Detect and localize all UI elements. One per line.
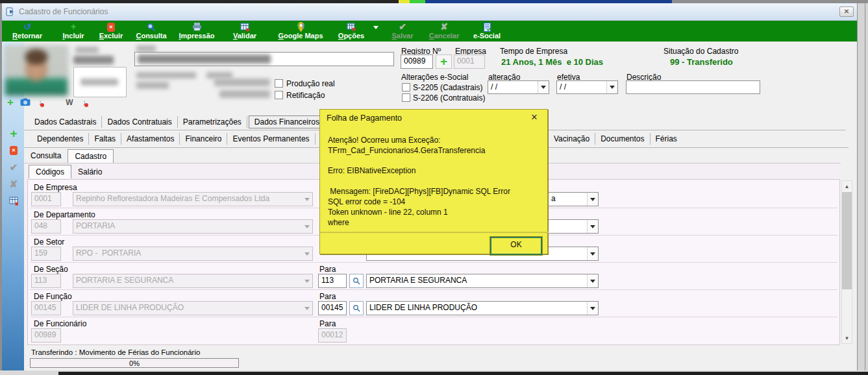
alteracao-datepicker[interactable]: / / <box>488 80 549 94</box>
dialog-line: Mensagem: [FireDAC][Phys][FB]Dynamic SQL… <box>328 187 510 196</box>
validar-button[interactable]: Validar <box>225 21 264 42</box>
producao-real-label: Produção real <box>286 79 335 88</box>
window-title: Cadastro de Funcionários <box>19 7 108 16</box>
chevron-down-icon <box>587 302 598 315</box>
dialog-title: Folha de Pagamento <box>327 114 402 123</box>
producao-real-checkbox[interactable] <box>275 79 283 88</box>
salvar-button[interactable]: ✔ Salvar <box>385 21 420 42</box>
scrollbar-thumb[interactable] <box>842 192 852 289</box>
opcoes-button[interactable]: Opções <box>333 21 369 42</box>
close-icon[interactable]: ✕ <box>839 6 854 17</box>
tab-salario[interactable]: Salário <box>71 165 108 178</box>
impressao-button[interactable]: Impressão <box>173 21 220 42</box>
tab-ferias[interactable]: Férias <box>651 133 682 145</box>
de-departamento-combo: PORTARIA <box>73 219 313 234</box>
s2205-checkbox[interactable] <box>402 83 410 91</box>
sidebar-close-icon[interactable]: ✘ <box>7 178 20 191</box>
alteracoes-esocial-label: Alterações e-Social <box>401 73 468 82</box>
save-check-icon: ✔ <box>399 22 406 32</box>
sidebar-add-icon[interactable]: + <box>7 127 20 140</box>
scroll-up-icon[interactable]: ▲ <box>842 181 852 191</box>
cancel-x-icon: ✘ <box>440 22 448 32</box>
dialog-close-icon[interactable]: ✕ <box>529 112 539 123</box>
wmf-icon[interactable]: W <box>63 97 76 108</box>
tab-dados-contratuais[interactable]: Dados Contratuais <box>102 116 177 128</box>
consulta-button[interactable]: Consulta <box>130 21 172 42</box>
tab-parametrizacoes[interactable]: Parametrizações <box>178 116 247 128</box>
para-secao-search-button[interactable] <box>349 274 364 288</box>
vertical-scrollbar[interactable]: ▲ ▼ <box>841 180 852 344</box>
chevron-down-icon <box>538 81 549 93</box>
tempo-empresa-value: 21 Anos, 1 Mês e 10 Dias <box>501 57 603 67</box>
para-funcao-combo[interactable]: LIDER DE LINHA PRODUÇÃO <box>366 301 599 315</box>
photo-download-icon[interactable]: ↓ <box>34 97 47 108</box>
de-departamento-code: 048 <box>31 219 61 234</box>
s2206-checkbox[interactable] <box>402 93 410 102</box>
tab-financeiro[interactable]: Financeiro <box>180 133 227 145</box>
google-maps-button[interactable]: Google Maps <box>271 21 330 42</box>
cancelar-button[interactable]: ✘ Cancelar <box>424 21 464 42</box>
chevron-down-icon <box>302 220 312 233</box>
view-tabstrip: Consulta Cadastro <box>24 148 114 163</box>
sidebar-grid-icon[interactable] <box>7 195 20 208</box>
situacao-label: Situação do Cadastro <box>663 47 738 56</box>
incluir-button[interactable]: + Incluir <box>55 21 92 42</box>
para-secao-combo[interactable]: PORTARIA E SEGURANCA <box>366 274 599 288</box>
chevron-down-icon <box>587 247 598 260</box>
chevron-down-icon <box>302 274 312 287</box>
excluir-button[interactable]: ✕ Excluir <box>93 21 129 42</box>
tempo-empresa-label: Tempo de Empresa <box>500 47 567 56</box>
s2205-label: S-2205 (Cadastrais) <box>413 83 482 92</box>
photo-export-icon[interactable]: ↓ <box>78 97 91 108</box>
dialog-separator <box>320 232 549 233</box>
photo-add-icon[interactable]: + <box>4 97 17 108</box>
search-icon <box>147 22 156 32</box>
chevron-down-icon <box>587 193 598 206</box>
delete-icon: ✕ <box>107 22 115 32</box>
para-funcao-search-button[interactable] <box>349 301 364 315</box>
plus-icon: + <box>71 22 76 32</box>
app-window: Cadastro de Funcionários ✕ ↺ Retornar + … <box>0 0 868 375</box>
tab-documentos[interactable]: Documentos <box>595 133 650 145</box>
camera-icon[interactable] <box>19 97 32 108</box>
registro-input[interactable]: 00989 <box>401 54 433 69</box>
retificacao-checkbox[interactable] <box>275 91 283 99</box>
tab-codigos[interactable]: Códigos <box>29 165 71 178</box>
tab-vacinacao[interactable]: Vacinação <box>549 133 595 145</box>
de-setor-combo: RPO - PORTARIA <box>73 247 313 261</box>
tab-cadastro[interactable]: Cadastro <box>68 149 114 163</box>
de-departamento-label: De Departamento <box>34 210 95 219</box>
tab-afastamentos[interactable]: Afastamentos <box>121 133 180 145</box>
progress-bar: 0% <box>30 358 239 368</box>
de-secao-label: De Seção <box>34 265 68 274</box>
tab-dependentes[interactable]: Dependentes <box>32 133 89 145</box>
retornar-button[interactable]: ↺ Retornar <box>5 21 50 42</box>
descricao-input[interactable] <box>626 80 760 94</box>
window-right-border <box>857 3 868 375</box>
tab-faltas[interactable]: Faltas <box>89 133 121 145</box>
redacted-field-label-2 <box>206 72 232 79</box>
esocial-button[interactable]: e-Social <box>468 21 506 42</box>
de-funcionario-code: 00989 <box>31 328 61 343</box>
search-icon <box>353 277 360 285</box>
tab-dados-cadastrais[interactable]: Dados Cadastrais <box>29 116 102 128</box>
dialog-line: Atenção! Ocorreu uma Exceção: <box>328 136 440 145</box>
chevron-down-icon <box>587 220 598 233</box>
para-secao-code[interactable]: 113 <box>318 274 347 288</box>
redacted-name-value <box>138 54 271 64</box>
ok-button[interactable]: OK <box>490 237 542 255</box>
para-funcao-label: Para <box>319 292 336 301</box>
tab-eventos-permanentes[interactable]: Eventos Permanentes <box>227 133 315 145</box>
registro-add-button[interactable]: + <box>436 54 452 69</box>
efetiva-datepicker[interactable]: / / <box>556 80 618 94</box>
para-funcao-code[interactable]: 00145 <box>318 301 347 315</box>
de-funcao-combo: LIDER DE LINHA PRODUÇÃO <box>73 301 313 315</box>
scroll-down-icon[interactable]: ▼ <box>842 333 852 343</box>
s2206-label: S-2206 (Contratuais) <box>413 93 485 103</box>
redacted-badge-box <box>73 67 127 97</box>
title-bar: Cadastro de Funcionários <box>2 3 857 21</box>
tab-consulta[interactable]: Consulta <box>24 149 68 162</box>
sidebar-cancel-icon[interactable]: ✕ <box>7 144 20 157</box>
sidebar-confirm-icon[interactable]: ✔ <box>7 161 20 174</box>
opcoes-dropdown-icon[interactable] <box>373 26 378 29</box>
